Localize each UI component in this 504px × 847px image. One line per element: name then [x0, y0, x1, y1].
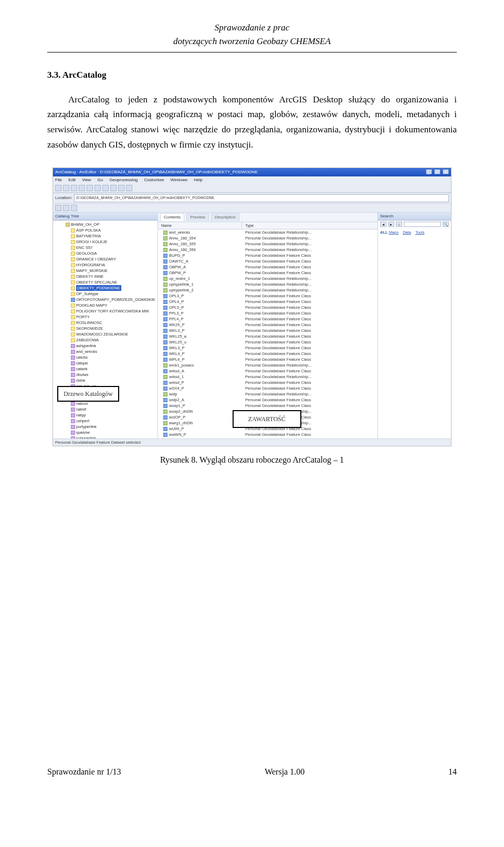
- list-item[interactable]: op_restnr_1Personal Geodatabase Relation…: [158, 276, 377, 281]
- tree-node[interactable]: DROGI I KOLEJE: [55, 239, 156, 245]
- tree-node[interactable]: ashyperlink: [55, 343, 156, 349]
- tree-node[interactable]: ORTOFOTOMAPY_POBRZEZE_GDANSKIE: [55, 297, 156, 302]
- tree-node[interactable]: BATYMETRIA: [55, 233, 156, 239]
- list-item[interactable]: BUPG_PPersonal Geodatabase Feature Class: [158, 253, 377, 258]
- toolbar-icon[interactable]: [102, 185, 109, 191]
- maximize-icon[interactable]: □: [434, 169, 440, 174]
- col-header-name[interactable]: Name: [158, 222, 242, 229]
- tree-node[interactable]: HYDROGRAFIA: [55, 262, 156, 268]
- list-item[interactable]: Anno_180_356Personal Geodatabase Relatio…: [158, 247, 377, 253]
- search-filter-all[interactable]: ALL: [380, 230, 388, 235]
- tree-node[interactable]: and_wrecks: [55, 349, 156, 354]
- search-fwd-icon[interactable]: ►: [388, 222, 394, 227]
- list-item[interactable]: OPL3_PPersonal Geodatabase Feature Class: [158, 293, 377, 299]
- tree-node[interactable]: OBIEKTY INNE: [55, 274, 156, 279]
- toolbar-icon[interactable]: [118, 185, 124, 191]
- toolbar-icon[interactable]: [71, 185, 77, 191]
- tab-preview[interactable]: Preview: [186, 213, 208, 221]
- list-item[interactable]: WKL3_PPersonal Geodatabase Feature Class: [158, 345, 377, 351]
- contents-list[interactable]: Name Type and_wrecksPersonal Geodatabase…: [158, 222, 377, 438]
- list-item[interactable]: WK25_PPersonal Geodatabase Feature Class: [158, 322, 377, 328]
- tree-node[interactable]: quasnw: [55, 430, 156, 435]
- tree-node[interactable]: catobs: [55, 354, 156, 360]
- list-item[interactable]: wrksd_APersonal Geodatabase Feature Clas…: [158, 368, 377, 374]
- list-item[interactable]: wstpPersonal Geodatabase Relationship...: [158, 391, 377, 397]
- tree-node[interactable]: BHMW_OH_OP: [55, 222, 156, 227]
- toolbar-icon[interactable]: [55, 205, 61, 211]
- search-go-icon[interactable]: 🔍: [443, 222, 449, 227]
- search-link-maps[interactable]: Maps: [389, 230, 398, 235]
- toolbar-icon[interactable]: [94, 185, 101, 191]
- toolbar-icon[interactable]: [87, 185, 93, 191]
- tree-node[interactable]: PODKLAD MAPY: [55, 302, 156, 308]
- search-link-data[interactable]: Data: [403, 230, 411, 235]
- tree-node[interactable]: ROSLINNOSC: [55, 320, 156, 326]
- tree-node[interactable]: dbulws: [55, 372, 156, 378]
- toolbar-icon[interactable]: [63, 185, 69, 191]
- search-link-tools[interactable]: Tools: [415, 230, 425, 235]
- menu-help[interactable]: Help: [194, 177, 202, 182]
- menu-go[interactable]: Go: [98, 177, 103, 182]
- menu-edit[interactable]: Edit: [68, 177, 76, 182]
- tab-contents[interactable]: Contents: [160, 213, 184, 221]
- list-item[interactable]: WPL6_PPersonal Geodatabase Feature Class: [158, 357, 377, 362]
- menu-view[interactable]: View: [82, 177, 91, 182]
- list-item[interactable]: OPL5_PPersonal Geodatabase Feature Class: [158, 305, 377, 310]
- list-item[interactable]: wstp2_APersonal Geodatabase Feature Clas…: [158, 397, 377, 403]
- tree-node[interactable]: GRANICE I OBSZARY: [55, 256, 156, 262]
- minimize-icon[interactable]: _: [426, 169, 432, 174]
- search-input[interactable]: [404, 222, 441, 227]
- catalog-tree-body[interactable]: BHMW_OH_OPASP POLSKABATYMETRIADROGI I KO…: [53, 221, 158, 438]
- search-home-icon[interactable]: ⌂: [396, 222, 402, 227]
- toolbar-icon[interactable]: [110, 185, 117, 191]
- list-item[interactable]: wwWN_PPersonal Geodatabase Feature Class: [158, 432, 377, 437]
- tab-description[interactable]: Description: [211, 213, 239, 221]
- tree-node[interactable]: natref: [55, 406, 156, 412]
- tree-node[interactable]: oshpert: [55, 418, 156, 424]
- tree-node[interactable]: OBIEKTY_PODWODNE: [55, 285, 156, 291]
- tree-node[interactable]: PORTY: [55, 314, 156, 320]
- list-item[interactable]: and_wrecksPersonal Geodatabase Relations…: [158, 229, 377, 235]
- toolbar-icon[interactable]: [63, 205, 69, 211]
- tree-node[interactable]: WIADOMOSCI ZEGLARSKIE: [55, 331, 156, 337]
- tree-node[interactable]: dslnk: [55, 378, 156, 383]
- list-item[interactable]: Anno_180_354Personal Geodatabase Relatio…: [158, 235, 377, 241]
- list-item[interactable]: OAWTC_APersonal Geodatabase Feature Clas…: [158, 258, 377, 264]
- tree-node[interactable]: GEOLOGIA: [55, 250, 156, 256]
- tree-node[interactable]: MAPY_MORSKIE: [55, 268, 156, 274]
- list-item[interactable]: Anno_180_355Personal Geodatabase Relatio…: [158, 241, 377, 247]
- list-item[interactable]: WKL4_PPersonal Geodatabase Feature Class: [158, 351, 377, 357]
- menu-file[interactable]: File: [55, 177, 62, 182]
- list-item[interactable]: WKL3_PPersonal Geodatabase Feature Class: [158, 328, 377, 333]
- toolbar-icon[interactable]: [55, 185, 61, 191]
- menu-windows[interactable]: Windows: [171, 177, 187, 182]
- list-item[interactable]: wrksd_PPersonal Geodatabase Feature Clas…: [158, 380, 377, 385]
- tree-node[interactable]: ZABUDOWA: [55, 337, 156, 343]
- list-item[interactable]: WKL25_oPersonal Geodatabase Feature Clas…: [158, 339, 377, 345]
- list-item[interactable]: OBPW_APersonal Geodatabase Feature Class: [158, 264, 377, 270]
- toolbar-icon[interactable]: [126, 185, 132, 191]
- search-back-icon[interactable]: ◄: [380, 222, 386, 227]
- menu-customize[interactable]: Customize: [144, 177, 164, 182]
- tree-node[interactable]: ENC S57: [55, 245, 156, 250]
- list-item[interactable]: PPL4_PPersonal Geodatabase Feature Class: [158, 316, 377, 322]
- close-icon[interactable]: ×: [443, 169, 449, 174]
- tree-node[interactable]: catque: [55, 360, 156, 366]
- toolbar-icon[interactable]: [71, 205, 77, 211]
- window-titlebar[interactable]: ArcCatalog · ArcEditor · D:\GEOBAZA_BHMW…: [53, 168, 451, 176]
- list-item[interactable]: wusp1_PPersonal Geodatabase Feature Clas…: [158, 403, 377, 409]
- menubar[interactable]: File Edit View Go Geoprocessing Customiz…: [53, 176, 451, 184]
- tree-node[interactable]: catwrk: [55, 366, 156, 372]
- tree-node[interactable]: OP_Subtype: [55, 291, 156, 297]
- tree-node[interactable]: SKOROWIDZE: [55, 326, 156, 331]
- list-item[interactable]: WKL25_aPersonal Geodatabase Feature Clas…: [158, 333, 377, 339]
- list-item[interactable]: ophyperlink_2Personal Geodatabase Relati…: [158, 287, 377, 293]
- list-item[interactable]: ophyperlink_1Personal Geodatabase Relati…: [158, 281, 377, 287]
- tree-node[interactable]: portyperlink: [55, 424, 156, 430]
- tree-node[interactable]: POLIGONY TORY KOTWICOWISKA MW: [55, 308, 156, 314]
- list-item[interactable]: wSX4_PPersonal Geodatabase Feature Class: [158, 385, 377, 391]
- tree-node[interactable]: sohyperlink: [55, 435, 156, 438]
- list-item[interactable]: OPL4_PPersonal Geodatabase Feature Class: [158, 299, 377, 305]
- list-item[interactable]: wrck1_posaccPersonal Geodatabase Relatio…: [158, 362, 377, 368]
- tree-node[interactable]: ASP POLSKA: [55, 227, 156, 233]
